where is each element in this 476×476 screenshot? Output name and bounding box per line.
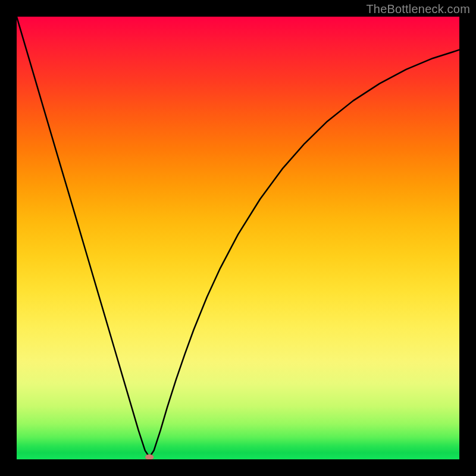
minimum-marker: [145, 455, 154, 459]
watermark-label: TheBottleneck.com: [366, 2, 470, 16]
chart-frame: TheBottleneck.com: [0, 0, 476, 476]
curve-layer: [17, 17, 459, 459]
bottleneck-curve: [17, 17, 459, 457]
plot-area: [17, 17, 459, 459]
